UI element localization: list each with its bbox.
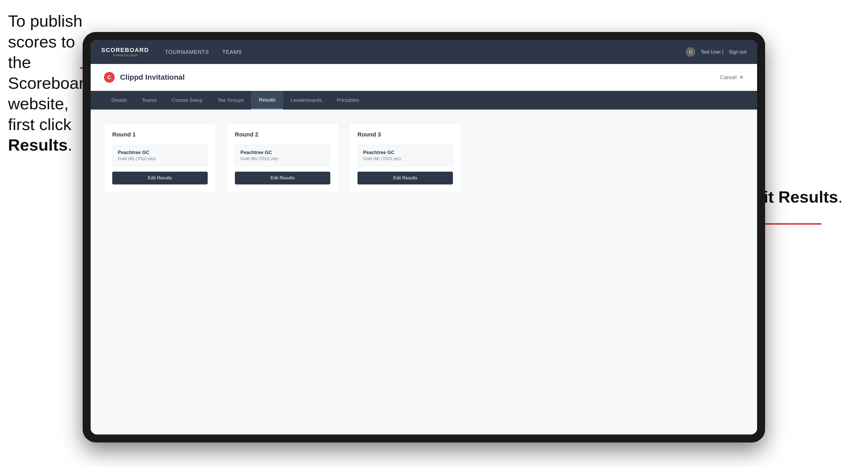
instruction-left-bold: Results (8, 136, 68, 154)
round-1-course-details: Gold (M) (7010 yds) (118, 156, 202, 161)
tab-details[interactable]: Details (104, 91, 134, 110)
tab-results[interactable]: Results (251, 91, 283, 110)
cancel-label: Cancel (720, 74, 737, 81)
rounds-content: Round 1 Peachtree GC Gold (M) (7010 yds)… (91, 110, 757, 434)
round-3-course: Peachtree GC Gold (M) (7010 yds) (358, 145, 453, 166)
round-2-edit-results-button[interactable]: Edit Results (235, 172, 330, 184)
round-1-title: Round 1 (112, 131, 208, 138)
cancel-x-icon: ✕ (739, 74, 744, 81)
sub-navigation: Details Teams Course Setup Tee Groups Re… (91, 91, 757, 110)
round-2-course: Peachtree GC Gold (M) (7010 yds) (235, 145, 330, 166)
tab-leaderboards[interactable]: Leaderboards (283, 91, 329, 110)
powered-by: Powered by clippd (113, 54, 137, 57)
round-2-title: Round 2 (235, 131, 330, 138)
instruction-right-end: . (838, 188, 843, 206)
clippd-icon: C (104, 72, 115, 83)
instruction-left-end: . (68, 136, 72, 154)
user-avatar: U (686, 47, 695, 57)
tab-course-setup[interactable]: Course Setup (164, 91, 210, 110)
main-content: C Clippd Invitational Cancel ✕ Details T… (91, 64, 757, 434)
round-3-course-details: Gold (M) (7010 yds) (363, 156, 447, 161)
nav-tournaments[interactable]: TOURNAMENTS (165, 49, 209, 55)
round-2-course-details: Gold (M) (7010 yds) (241, 156, 325, 161)
tab-printables[interactable]: Printables (329, 91, 367, 110)
round-3-card: Round 3 Peachtree GC Gold (M) (7010 yds)… (349, 123, 461, 193)
tournament-header: C Clippd Invitational Cancel ✕ (91, 64, 757, 91)
tab-tee-groups[interactable]: Tee Groups (210, 91, 251, 110)
tablet-screen: SCOREBOARD Powered by clippd TOURNAMENTS… (91, 40, 757, 434)
round-3-edit-results-button[interactable]: Edit Results (358, 172, 453, 184)
tournament-title: Clippd Invitational (120, 73, 185, 82)
round-2-card: Round 2 Peachtree GC Gold (M) (7010 yds)… (226, 123, 339, 193)
tab-teams[interactable]: Teams (134, 91, 164, 110)
round-1-edit-results-button[interactable]: Edit Results (112, 172, 208, 184)
round-1-course-name: Peachtree GC (118, 150, 202, 155)
nav-teams[interactable]: TEAMS (222, 49, 242, 55)
rounds-grid: Round 1 Peachtree GC Gold (M) (7010 yds)… (104, 123, 744, 193)
round-1-card: Round 1 Peachtree GC Gold (M) (7010 yds)… (104, 123, 216, 193)
user-name: Test User | (701, 49, 723, 55)
round-1-course: Peachtree GC Gold (M) (7010 yds) (112, 145, 208, 166)
cancel-button[interactable]: Cancel ✕ (720, 74, 744, 81)
round-2-course-name: Peachtree GC (241, 150, 325, 155)
tablet-device: SCOREBOARD Powered by clippd TOURNAMENTS… (83, 32, 765, 442)
nav-right: U Test User | Sign out (686, 47, 746, 57)
round-3-title: Round 3 (358, 131, 453, 138)
nav-links: TOURNAMENTS TEAMS (165, 49, 686, 55)
scoreboard-logo: SCOREBOARD (101, 47, 149, 53)
round-3-course-name: Peachtree GC (363, 150, 447, 155)
logo-area: SCOREBOARD Powered by clippd (101, 47, 149, 57)
tournament-title-area: C Clippd Invitational (104, 72, 185, 83)
top-navigation: SCOREBOARD Powered by clippd TOURNAMENTS… (91, 40, 757, 64)
signout-link[interactable]: Sign out (729, 49, 746, 55)
